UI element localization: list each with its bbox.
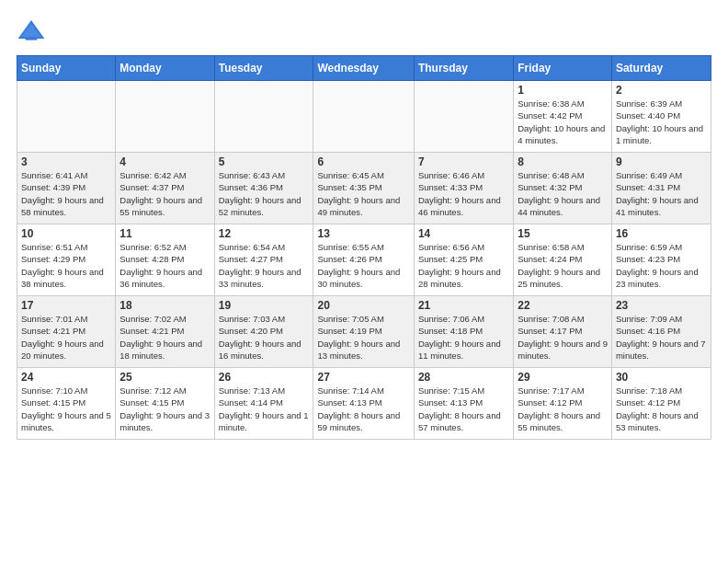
svg-rect-2 — [26, 37, 38, 40]
day-info: Sunrise: 6:41 AM Sunset: 4:39 PM Dayligh… — [21, 169, 111, 218]
calendar-cell: 14Sunrise: 6:56 AM Sunset: 4:25 PM Dayli… — [414, 224, 513, 296]
day-number: 30 — [616, 371, 707, 384]
calendar-header-monday: Monday — [116, 56, 214, 81]
calendar-cell — [116, 81, 214, 153]
calendar-cell: 30Sunrise: 7:18 AM Sunset: 4:12 PM Dayli… — [611, 368, 711, 440]
day-info: Sunrise: 7:03 AM Sunset: 4:20 PM Dayligh… — [219, 313, 310, 362]
day-number: 14 — [418, 227, 509, 240]
day-number: 12 — [219, 227, 310, 240]
calendar-cell — [414, 81, 513, 153]
calendar-cell: 5Sunrise: 6:43 AM Sunset: 4:36 PM Daylig… — [214, 153, 313, 224]
day-info: Sunrise: 6:51 AM Sunset: 4:29 PM Dayligh… — [21, 241, 111, 290]
day-number: 11 — [119, 227, 210, 240]
day-info: Sunrise: 6:54 AM Sunset: 4:27 PM Dayligh… — [219, 241, 310, 290]
day-info: Sunrise: 7:12 AM Sunset: 4:15 PM Dayligh… — [119, 385, 210, 433]
day-number: 28 — [418, 371, 509, 384]
day-number: 22 — [518, 299, 608, 312]
calendar-week-4: 17Sunrise: 7:01 AM Sunset: 4:21 PM Dayli… — [17, 296, 711, 368]
calendar-cell: 6Sunrise: 6:45 AM Sunset: 4:35 PM Daylig… — [313, 153, 414, 224]
day-info: Sunrise: 7:14 AM Sunset: 4:13 PM Dayligh… — [317, 385, 409, 433]
day-number: 7 — [418, 155, 509, 168]
day-info: Sunrise: 7:08 AM Sunset: 4:17 PM Dayligh… — [518, 313, 608, 362]
calendar-cell: 25Sunrise: 7:12 AM Sunset: 4:15 PM Dayli… — [116, 368, 214, 440]
day-number: 17 — [21, 299, 111, 312]
day-info: Sunrise: 6:42 AM Sunset: 4:37 PM Dayligh… — [119, 169, 210, 218]
day-number: 27 — [317, 371, 409, 384]
calendar: SundayMondayTuesdayWednesdayThursdayFrid… — [17, 55, 711, 440]
logo-icon — [17, 17, 46, 46]
day-info: Sunrise: 6:49 AM Sunset: 4:31 PM Dayligh… — [616, 169, 707, 218]
day-number: 24 — [21, 371, 111, 384]
header — [17, 17, 711, 46]
day-number: 6 — [317, 155, 409, 168]
day-number: 1 — [518, 84, 608, 97]
calendar-cell: 20Sunrise: 7:05 AM Sunset: 4:19 PM Dayli… — [313, 296, 414, 368]
day-number: 2 — [616, 84, 707, 97]
calendar-cell: 17Sunrise: 7:01 AM Sunset: 4:21 PM Dayli… — [17, 296, 116, 368]
logo — [17, 17, 51, 46]
day-number: 13 — [317, 227, 409, 240]
day-info: Sunrise: 7:01 AM Sunset: 4:21 PM Dayligh… — [21, 313, 111, 362]
calendar-cell: 26Sunrise: 7:13 AM Sunset: 4:14 PM Dayli… — [214, 368, 313, 440]
calendar-cell: 24Sunrise: 7:10 AM Sunset: 4:15 PM Dayli… — [17, 368, 116, 440]
calendar-week-1: 1Sunrise: 6:38 AM Sunset: 4:42 PM Daylig… — [17, 81, 711, 153]
day-number: 18 — [119, 299, 210, 312]
day-info: Sunrise: 6:48 AM Sunset: 4:32 PM Dayligh… — [518, 169, 608, 218]
day-info: Sunrise: 6:38 AM Sunset: 4:42 PM Dayligh… — [518, 98, 608, 146]
calendar-header-saturday: Saturday — [611, 56, 711, 81]
calendar-cell: 16Sunrise: 6:59 AM Sunset: 4:23 PM Dayli… — [611, 224, 711, 296]
day-number: 8 — [518, 155, 608, 168]
calendar-cell: 10Sunrise: 6:51 AM Sunset: 4:29 PM Dayli… — [17, 224, 116, 296]
calendar-cell: 1Sunrise: 6:38 AM Sunset: 4:42 PM Daylig… — [514, 81, 612, 153]
calendar-week-3: 10Sunrise: 6:51 AM Sunset: 4:29 PM Dayli… — [17, 224, 711, 296]
calendar-header-tuesday: Tuesday — [214, 56, 313, 81]
day-info: Sunrise: 6:55 AM Sunset: 4:26 PM Dayligh… — [317, 241, 409, 290]
calendar-cell: 3Sunrise: 6:41 AM Sunset: 4:39 PM Daylig… — [17, 153, 116, 224]
day-info: Sunrise: 7:13 AM Sunset: 4:14 PM Dayligh… — [219, 385, 310, 433]
calendar-cell: 8Sunrise: 6:48 AM Sunset: 4:32 PM Daylig… — [514, 153, 612, 224]
day-info: Sunrise: 7:05 AM Sunset: 4:19 PM Dayligh… — [317, 313, 409, 362]
day-number: 26 — [219, 371, 310, 384]
calendar-header-sunday: Sunday — [17, 56, 116, 81]
day-number: 5 — [219, 155, 310, 168]
calendar-cell: 28Sunrise: 7:15 AM Sunset: 4:13 PM Dayli… — [414, 368, 513, 440]
day-info: Sunrise: 7:02 AM Sunset: 4:21 PM Dayligh… — [119, 313, 210, 362]
day-number: 20 — [317, 299, 409, 312]
day-info: Sunrise: 7:10 AM Sunset: 4:15 PM Dayligh… — [21, 385, 111, 433]
calendar-header-row: SundayMondayTuesdayWednesdayThursdayFrid… — [17, 56, 711, 81]
calendar-cell: 18Sunrise: 7:02 AM Sunset: 4:21 PM Dayli… — [116, 296, 214, 368]
day-info: Sunrise: 6:52 AM Sunset: 4:28 PM Dayligh… — [119, 241, 210, 290]
calendar-header-friday: Friday — [514, 56, 612, 81]
day-number: 23 — [616, 299, 707, 312]
day-number: 16 — [616, 227, 707, 240]
calendar-cell: 13Sunrise: 6:55 AM Sunset: 4:26 PM Dayli… — [313, 224, 414, 296]
calendar-cell: 12Sunrise: 6:54 AM Sunset: 4:27 PM Dayli… — [214, 224, 313, 296]
day-info: Sunrise: 6:56 AM Sunset: 4:25 PM Dayligh… — [418, 241, 509, 290]
day-info: Sunrise: 7:15 AM Sunset: 4:13 PM Dayligh… — [418, 385, 509, 433]
day-info: Sunrise: 7:09 AM Sunset: 4:16 PM Dayligh… — [616, 313, 707, 362]
calendar-cell: 15Sunrise: 6:58 AM Sunset: 4:24 PM Dayli… — [514, 224, 612, 296]
calendar-cell: 23Sunrise: 7:09 AM Sunset: 4:16 PM Dayli… — [611, 296, 711, 368]
calendar-cell: 4Sunrise: 6:42 AM Sunset: 4:37 PM Daylig… — [116, 153, 214, 224]
calendar-cell: 19Sunrise: 7:03 AM Sunset: 4:20 PM Dayli… — [214, 296, 313, 368]
calendar-cell: 21Sunrise: 7:06 AM Sunset: 4:18 PM Dayli… — [414, 296, 513, 368]
day-info: Sunrise: 7:18 AM Sunset: 4:12 PM Dayligh… — [616, 385, 707, 433]
day-info: Sunrise: 6:39 AM Sunset: 4:40 PM Dayligh… — [616, 98, 707, 146]
calendar-cell: 29Sunrise: 7:17 AM Sunset: 4:12 PM Dayli… — [514, 368, 612, 440]
day-number: 21 — [418, 299, 509, 312]
day-info: Sunrise: 7:06 AM Sunset: 4:18 PM Dayligh… — [418, 313, 509, 362]
calendar-cell: 7Sunrise: 6:46 AM Sunset: 4:33 PM Daylig… — [414, 153, 513, 224]
calendar-cell: 22Sunrise: 7:08 AM Sunset: 4:17 PM Dayli… — [514, 296, 612, 368]
day-number: 10 — [21, 227, 111, 240]
day-info: Sunrise: 6:58 AM Sunset: 4:24 PM Dayligh… — [518, 241, 608, 290]
day-number: 25 — [119, 371, 210, 384]
calendar-cell: 2Sunrise: 6:39 AM Sunset: 4:40 PM Daylig… — [611, 81, 711, 153]
day-number: 15 — [518, 227, 608, 240]
calendar-cell: 9Sunrise: 6:49 AM Sunset: 4:31 PM Daylig… — [611, 153, 711, 224]
calendar-week-5: 24Sunrise: 7:10 AM Sunset: 4:15 PM Dayli… — [17, 368, 711, 440]
day-info: Sunrise: 6:59 AM Sunset: 4:23 PM Dayligh… — [616, 241, 707, 290]
day-info: Sunrise: 6:45 AM Sunset: 4:35 PM Dayligh… — [317, 169, 409, 218]
calendar-header-thursday: Thursday — [414, 56, 513, 81]
calendar-cell — [313, 81, 414, 153]
calendar-cell — [214, 81, 313, 153]
